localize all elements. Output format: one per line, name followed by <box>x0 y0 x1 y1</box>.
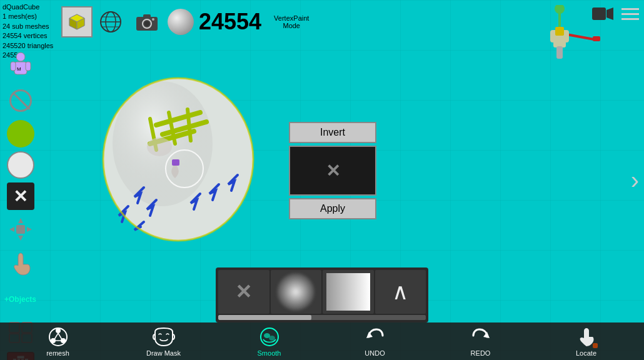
cloud-brush-icon <box>277 273 314 311</box>
vertex-count-display: 24554 <box>199 9 261 35</box>
invert-apply-popup: Invert ✕ Apply <box>289 122 376 219</box>
remesh-icon <box>47 326 69 348</box>
x-brush-icon: ✕ <box>235 280 252 304</box>
svg-point-13 <box>152 18 154 21</box>
no-icon-button[interactable] <box>5 85 36 116</box>
draw-mask-icon <box>153 326 175 348</box>
cloud-brush-button[interactable] <box>271 270 322 314</box>
svg-point-12 <box>144 21 149 26</box>
palette-progress-fill <box>218 315 311 320</box>
svg-line-54 <box>54 333 58 339</box>
svg-point-59 <box>269 336 275 341</box>
apply-button[interactable]: Apply <box>289 198 376 219</box>
top-toolbar: 24554 VertexPaint Mode <box>0 0 644 44</box>
svg-rect-47 <box>172 159 179 166</box>
figure-icon-button[interactable]: M <box>5 50 36 81</box>
chevron-brush-button[interactable]: ∧ <box>375 270 426 314</box>
hand-icon <box>9 252 32 277</box>
svg-marker-15 <box>606 8 613 20</box>
redo-icon <box>470 326 492 348</box>
right-chevron-button[interactable]: › <box>626 161 644 199</box>
3d-head-svg <box>88 62 263 244</box>
photo-camera-icon <box>135 12 159 32</box>
svg-marker-29 <box>18 218 23 223</box>
svg-text:M: M <box>17 66 21 72</box>
smooth-label: Smooth <box>258 349 281 357</box>
hamburger-line <box>621 18 639 20</box>
svg-rect-26 <box>11 62 16 71</box>
cube-icon-button[interactable] <box>61 6 93 38</box>
hamburger-menu-button[interactable] <box>621 8 639 20</box>
draw-mask-label: Draw Mask <box>146 349 181 357</box>
plus-objects-label: +Objects <box>4 295 36 304</box>
gradient-brush-button[interactable] <box>323 270 374 314</box>
svg-rect-27 <box>26 62 31 71</box>
undo-icon <box>364 326 386 348</box>
svg-point-51 <box>56 328 61 333</box>
move-transform-button[interactable] <box>5 214 36 245</box>
vertex-paint-label: VertexPaint <box>274 14 309 22</box>
sphere-preview <box>168 9 194 35</box>
remesh-tool-button[interactable]: remesh <box>39 326 77 357</box>
globe-icon <box>98 9 123 34</box>
svg-line-55 <box>58 333 62 339</box>
hamburger-line <box>621 8 639 10</box>
gradient-brush-icon <box>326 273 370 311</box>
plus-objects-button[interactable]: +Objects <box>0 284 43 315</box>
white-dot-button[interactable] <box>7 151 34 179</box>
top-right-toolbar <box>591 5 639 22</box>
chevron-right-icon: › <box>631 166 639 194</box>
no-icon <box>9 89 32 112</box>
palette-items-row: ✕ ∧ <box>218 270 426 314</box>
svg-marker-31 <box>9 227 14 232</box>
svg-marker-30 <box>18 236 23 241</box>
x-brush-button[interactable]: ✕ <box>218 270 269 314</box>
left-sidebar: M ✕ +Objects <box>0 50 41 360</box>
undo-label: UNDO <box>365 349 385 357</box>
vertex-paint-mode: VertexPaint Mode <box>274 14 309 29</box>
locate-button[interactable]: Locate <box>568 326 605 357</box>
redo-button[interactable]: REDO <box>462 326 500 357</box>
locate-icon <box>575 326 598 348</box>
smooth-icon <box>258 326 281 348</box>
redo-label: REDO <box>471 349 491 357</box>
hamburger-line <box>621 13 639 15</box>
x-mark-preview-icon: ✕ <box>326 161 340 181</box>
smooth-tool-button[interactable]: Smooth <box>251 326 288 357</box>
x-mark-icon: ✕ <box>13 186 28 207</box>
invert-button[interactable]: Invert <box>289 122 376 143</box>
svg-marker-61 <box>483 332 490 338</box>
svg-marker-60 <box>366 332 373 338</box>
hand-icon-button[interactable] <box>5 249 36 280</box>
3d-object <box>88 62 263 238</box>
photo-camera-button[interactable] <box>131 6 163 38</box>
move-icon <box>7 216 34 243</box>
svg-rect-33 <box>16 225 25 234</box>
remesh-label: remesh <box>46 349 69 357</box>
svg-marker-32 <box>27 227 32 232</box>
svg-rect-10 <box>143 14 151 18</box>
undo-button[interactable]: UNDO <box>356 326 394 357</box>
palette-progress-bar <box>218 315 426 320</box>
locate-label: Locate <box>576 349 596 357</box>
globe-button[interactable] <box>95 6 126 38</box>
chevron-up-icon: ∧ <box>392 279 408 305</box>
green-dot-button[interactable] <box>7 120 34 148</box>
svg-point-24 <box>16 52 25 61</box>
black-x-button[interactable]: ✕ <box>7 182 34 210</box>
bottom-toolbar: remesh Draw Mask <box>0 322 644 360</box>
mode-label: Mode <box>283 22 300 29</box>
person-icon: M <box>8 52 33 79</box>
svg-point-46 <box>147 138 172 156</box>
video-camera-button[interactable] <box>591 5 614 22</box>
video-camera-icon <box>591 5 614 22</box>
svg-rect-62 <box>593 343 598 348</box>
svg-rect-14 <box>592 8 606 20</box>
svg-rect-23 <box>556 46 563 59</box>
draw-mask-tool-button[interactable]: Draw Mask <box>145 326 183 357</box>
cube-icon <box>67 12 87 32</box>
invert-preview-box: ✕ <box>289 146 376 196</box>
brush-palette: ✕ ∧ <box>216 268 428 322</box>
